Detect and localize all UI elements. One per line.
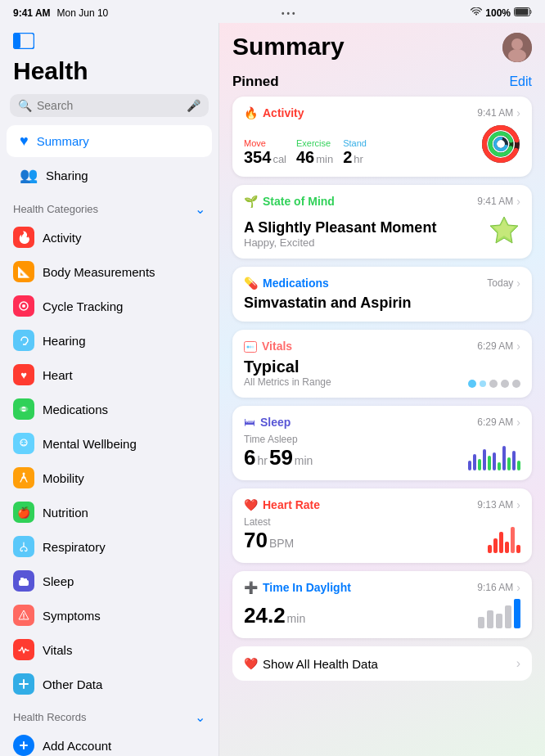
state-of-mind-card[interactable]: 🌱 State of Mind 9:41 AM › A Slightly Ple… <box>232 185 532 259</box>
microphone-icon[interactable]: 🎤 <box>187 99 200 112</box>
status-bar: 9:41 AM Mon Jun 10 ••• 100% <box>0 0 545 23</box>
svg-point-41 <box>252 346 254 349</box>
stand-unit: hr <box>354 153 363 165</box>
category-medications-label: Medications <box>43 403 108 416</box>
svg-point-29 <box>508 49 526 62</box>
exercise-label: Exercise <box>296 138 333 148</box>
search-input[interactable] <box>37 99 182 112</box>
user-avatar[interactable] <box>502 33 532 62</box>
category-mobility[interactable]: Mobility <box>0 461 218 495</box>
move-metric: Move 354 cal <box>244 138 286 167</box>
daylight-card-header: ➕ Time In Daylight 9:16 AM › <box>244 581 520 594</box>
medications-card[interactable]: 💊 Medications Today › Simvastatin and As… <box>232 267 532 322</box>
category-body[interactable]: 📐 Body Measurements <box>0 254 218 289</box>
category-activity[interactable]: 🔥 Activity <box>0 220 218 254</box>
vitals-card-header: Vitals 6:29 AM › <box>244 340 520 353</box>
vitals-card-chevron: › <box>516 340 520 353</box>
daylight-card-title: Time In Daylight <box>263 581 351 594</box>
edit-button[interactable]: Edit <box>509 74 532 89</box>
sharing-icon: 👥 <box>20 166 38 184</box>
category-cycle-label: Cycle Tracking <box>43 299 123 313</box>
category-vitals[interactable]: Vitals <box>0 632 218 667</box>
daylight-value: 24.2 <box>244 603 286 628</box>
status-day: Mon Jun 10 <box>57 7 109 19</box>
mind-card-time: 9:41 AM <box>477 196 513 207</box>
body-icon: 📐 <box>13 261 34 282</box>
daylight-card-chevron: › <box>516 581 520 594</box>
category-body-label: Body Measurements <box>43 265 155 279</box>
category-respiratory[interactable]: Respiratory <box>0 529 218 564</box>
activity-card[interactable]: 🔥 Activity 9:41 AM › Move 354 cal <box>232 97 532 177</box>
vitals-card[interactable]: Vitals 6:29 AM › Typical All Metrics in … <box>232 330 532 398</box>
health-records-header: Health Records ⌄ <box>0 701 218 728</box>
category-vitals-label: Vitals <box>43 643 72 657</box>
category-sleep[interactable]: Sleep <box>0 564 218 598</box>
category-other[interactable]: Other Data <box>0 667 218 701</box>
sleep-label: Time Asleep <box>244 434 313 445</box>
health-categories-header: Health Categories ⌄ <box>0 193 218 220</box>
health-categories-chevron[interactable]: ⌄ <box>195 201 205 217</box>
sidebar-item-sharing[interactable]: 👥 Sharing <box>7 159 212 191</box>
svg-rect-1 <box>515 9 528 16</box>
svg-point-6 <box>23 344 25 345</box>
sidebar-title: Health <box>13 57 205 84</box>
hr-card-chevron: › <box>516 498 520 511</box>
pinned-label: Pinned <box>232 74 279 90</box>
sidebar-item-summary[interactable]: ♥ Summary <box>7 125 212 157</box>
meds-card-title: Medications <box>263 277 329 290</box>
heart-rate-card[interactable]: ❤️ Heart Rate 9:13 AM › Latest 70 BPM <box>232 488 532 563</box>
activity-card-header: 🔥 Activity 9:41 AM › <box>244 106 520 119</box>
category-cycle[interactable]: Cycle Tracking <box>0 289 218 323</box>
vitals-value: Typical <box>244 358 331 376</box>
category-nutrition[interactable]: 🍎 Nutrition <box>0 495 218 529</box>
summary-icon: ♥ <box>20 133 29 150</box>
category-mental-label: Mental Wellbeing <box>43 437 137 451</box>
add-account-icon <box>13 735 34 756</box>
category-symptoms[interactable]: Symptoms <box>0 598 218 632</box>
hr-value: 70 <box>244 528 268 553</box>
mind-card-body: A Slightly Pleasant Moment Happy, Excite… <box>244 213 520 249</box>
category-mental[interactable]: Mental Wellbeing <box>0 426 218 461</box>
category-hearing[interactable]: Hearing <box>0 323 218 358</box>
move-value: 354 <box>244 148 271 167</box>
vitals-icon <box>13 639 34 660</box>
stand-value: 2 <box>343 148 352 167</box>
add-account-item[interactable]: Add Account <box>0 728 218 756</box>
status-time: 9:41 AM <box>13 7 51 19</box>
other-icon <box>13 673 34 695</box>
category-hearing-label: Hearing <box>43 334 86 348</box>
sleep-icon <box>13 570 34 592</box>
sleep-card-time: 6:29 AM <box>477 416 513 428</box>
hr-card-title: Heart Rate <box>263 498 320 511</box>
category-symptoms-label: Symptoms <box>43 609 101 623</box>
health-records-label: Health Records <box>13 711 87 723</box>
sidebar-header: Health <box>0 29 218 91</box>
nutrition-icon: 🍎 <box>13 502 34 523</box>
health-records-chevron[interactable]: ⌄ <box>195 709 205 725</box>
svg-point-33 <box>490 133 511 155</box>
category-activity-label: Activity <box>43 231 82 245</box>
activity-card-time: 9:41 AM <box>477 107 513 119</box>
activity-card-icon: 🔥 <box>244 106 258 119</box>
show-all-label: Show All Health Data <box>263 657 378 671</box>
show-all-row[interactable]: ❤️ Show All Health Data › <box>232 646 532 681</box>
svg-rect-16 <box>24 578 27 582</box>
daylight-card[interactable]: ➕ Time In Daylight 9:16 AM › 24.2 min <box>232 571 532 638</box>
mind-card-chevron: › <box>516 195 520 208</box>
meds-card-chevron: › <box>516 277 520 290</box>
category-medications[interactable]: Medications <box>0 392 218 426</box>
daylight-bar-graphic <box>478 599 520 628</box>
search-bar[interactable]: 🔍 🎤 <box>10 94 209 117</box>
exercise-metric: Exercise 46 min <box>296 138 333 167</box>
stand-metric: Stand 2 hr <box>343 138 367 167</box>
meds-card-header: 💊 Medications Today › <box>244 277 520 290</box>
category-heart-label: Heart <box>43 368 73 382</box>
meds-card-time: Today <box>487 277 513 289</box>
category-respiratory-label: Respiratory <box>43 540 106 554</box>
summary-label: Summary <box>37 134 89 148</box>
battery-icon <box>514 7 532 19</box>
daylight-card-body: 24.2 min <box>244 599 520 628</box>
daylight-unit: min <box>287 612 306 625</box>
sleep-card[interactable]: 🛏 Sleep 6:29 AM › Time Asleep 6 hr 59 mi… <box>232 406 532 480</box>
category-heart[interactable]: ♥ Heart <box>0 358 218 392</box>
